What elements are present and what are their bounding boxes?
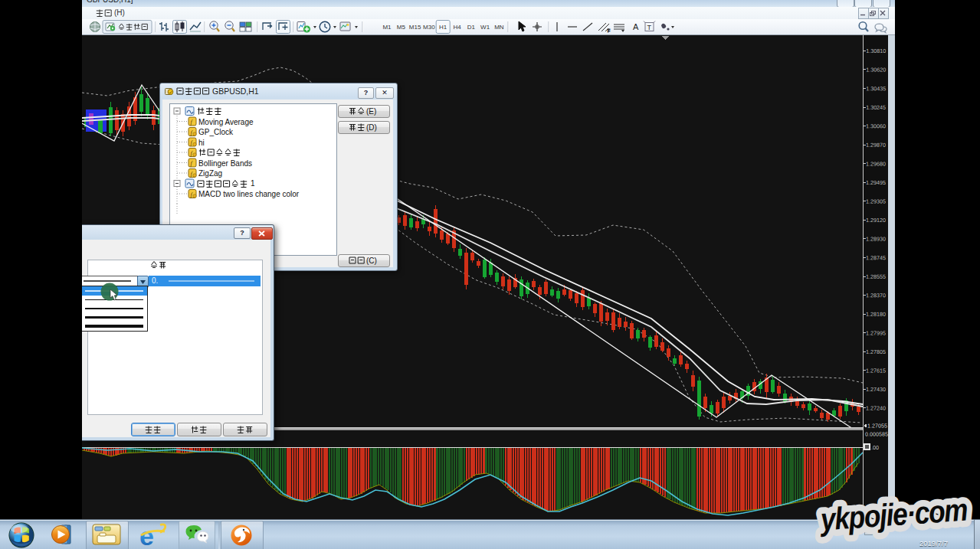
svg-text:1.28745: 1.28745: [866, 254, 886, 261]
svg-text:1.29120: 1.29120: [866, 217, 886, 224]
svg-text:1.30620: 1.30620: [866, 67, 886, 74]
svg-text:1.27055: 1.27055: [867, 423, 887, 430]
svg-text:1.29870: 1.29870: [866, 142, 886, 149]
svg-text:M15: M15: [409, 24, 421, 31]
svg-text:1.30435: 1.30435: [866, 85, 886, 92]
svg-text:1.27615: 1.27615: [866, 367, 886, 374]
svg-text:M1: M1: [382, 24, 392, 31]
svg-text:T: T: [647, 24, 652, 31]
svg-text:1.29680: 1.29680: [866, 160, 886, 167]
svg-text:W1: W1: [480, 24, 490, 31]
svg-text:1.28180: 1.28180: [866, 311, 886, 318]
svg-text:1.30060: 1.30060: [866, 123, 886, 129]
svg-text:ykpojie·com: ykpojie·com: [818, 492, 969, 538]
svg-text:A: A: [633, 22, 639, 31]
svg-text:1.27240: 1.27240: [866, 405, 886, 412]
svg-text:1.30810: 1.30810: [866, 47, 886, 54]
svg-text:H1: H1: [439, 24, 447, 31]
svg-text:1.29495: 1.29495: [866, 179, 886, 186]
svg-text:1.28370: 1.28370: [866, 292, 886, 299]
svg-text:.00: .00: [871, 444, 879, 451]
svg-text:M5: M5: [397, 24, 406, 31]
svg-text:F: F: [608, 28, 610, 33]
svg-text:MN: MN: [494, 24, 504, 31]
svg-text:H4: H4: [453, 24, 461, 31]
svg-text:1.30245: 1.30245: [866, 104, 886, 111]
svg-text:1.27995: 1.27995: [866, 329, 886, 336]
svg-text:1.28555: 1.28555: [866, 273, 886, 280]
svg-text:M30: M30: [423, 24, 435, 31]
svg-text:0.000585: 0.000585: [865, 431, 888, 438]
svg-text:1.27430: 1.27430: [866, 386, 886, 393]
svg-text:D1: D1: [467, 24, 476, 31]
svg-text:1.27805: 1.27805: [866, 348, 886, 355]
svg-text:1.28930: 1.28930: [866, 236, 886, 243]
svg-text:1.29305: 1.29305: [866, 198, 886, 204]
